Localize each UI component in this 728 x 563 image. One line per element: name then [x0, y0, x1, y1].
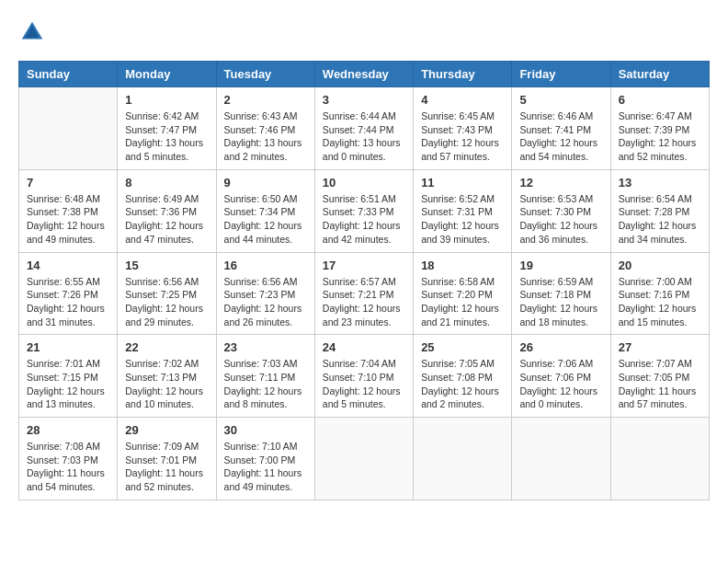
- day-number: 4: [421, 93, 504, 107]
- day-number: 18: [421, 259, 504, 272]
- day-number: 27: [619, 340, 701, 354]
- calendar-cell: [610, 418, 709, 500]
- calendar-cell: 11Sunrise: 6:52 AMSunset: 7:31 PMDayligh…: [414, 169, 512, 252]
- day-number: 12: [519, 176, 602, 190]
- calendar-cell: 27Sunrise: 7:07 AMSunset: 7:05 PMDayligh…: [610, 335, 709, 418]
- weekday-header-wednesday: Wednesday: [314, 62, 413, 87]
- day-number: 22: [125, 340, 208, 354]
- day-number: 6: [619, 93, 701, 107]
- day-number: 3: [323, 93, 405, 107]
- day-number: 10: [323, 176, 405, 190]
- calendar-cell: 4Sunrise: 6:45 AMSunset: 7:43 PMDaylight…: [414, 87, 512, 170]
- day-info: Sunrise: 7:06 AMSunset: 7:06 PMDaylight:…: [519, 357, 602, 411]
- day-number: 30: [224, 423, 307, 437]
- day-info: Sunrise: 6:43 AMSunset: 7:46 PMDaylight:…: [224, 109, 307, 164]
- day-number: 28: [27, 423, 109, 437]
- day-number: 24: [323, 340, 405, 354]
- calendar-cell: 21Sunrise: 7:01 AMSunset: 7:15 PMDayligh…: [19, 335, 118, 418]
- day-info: Sunrise: 7:02 AMSunset: 7:13 PMDaylight:…: [125, 357, 208, 411]
- day-info: Sunrise: 6:52 AMSunset: 7:31 PMDaylight:…: [421, 192, 504, 247]
- day-number: 17: [323, 259, 405, 272]
- calendar-cell: 20Sunrise: 7:00 AMSunset: 7:16 PMDayligh…: [610, 252, 709, 335]
- calendar-cell: 2Sunrise: 6:43 AMSunset: 7:46 PMDaylight…: [216, 87, 314, 170]
- day-number: 1: [125, 93, 208, 107]
- day-number: 5: [519, 93, 602, 107]
- calendar-cell: 19Sunrise: 6:59 AMSunset: 7:18 PMDayligh…: [512, 252, 610, 335]
- day-info: Sunrise: 6:51 AMSunset: 7:33 PMDaylight:…: [323, 192, 405, 247]
- day-number: 23: [224, 340, 307, 354]
- day-info: Sunrise: 7:07 AMSunset: 7:05 PMDaylight:…: [619, 357, 701, 411]
- day-info: Sunrise: 7:09 AMSunset: 7:01 PMDaylight:…: [125, 440, 208, 494]
- calendar-cell: [512, 418, 610, 500]
- day-number: 8: [125, 176, 208, 190]
- day-info: Sunrise: 6:55 AMSunset: 7:26 PMDaylight:…: [27, 275, 109, 329]
- day-info: Sunrise: 7:05 AMSunset: 7:08 PMDaylight:…: [421, 357, 504, 411]
- page-header: [18, 18, 710, 46]
- calendar-cell: 14Sunrise: 6:55 AMSunset: 7:26 PMDayligh…: [19, 252, 118, 335]
- logo-icon: [18, 18, 46, 46]
- day-info: Sunrise: 7:03 AMSunset: 7:11 PMDaylight:…: [224, 357, 307, 411]
- day-number: 13: [619, 176, 701, 190]
- day-info: Sunrise: 6:56 AMSunset: 7:25 PMDaylight:…: [125, 275, 208, 329]
- day-number: 11: [421, 176, 504, 190]
- day-info: Sunrise: 6:42 AMSunset: 7:47 PMDaylight:…: [125, 109, 208, 164]
- day-info: Sunrise: 6:50 AMSunset: 7:34 PMDaylight:…: [224, 192, 307, 247]
- calendar-table: SundayMondayTuesdayWednesdayThursdayFrid…: [18, 61, 710, 500]
- calendar-cell: 1Sunrise: 6:42 AMSunset: 7:47 PMDaylight…: [118, 87, 216, 170]
- calendar-week-row: 28Sunrise: 7:08 AMSunset: 7:03 PMDayligh…: [19, 418, 710, 500]
- day-info: Sunrise: 6:49 AMSunset: 7:36 PMDaylight:…: [125, 192, 208, 247]
- day-number: 19: [519, 259, 602, 272]
- calendar-cell: 28Sunrise: 7:08 AMSunset: 7:03 PMDayligh…: [19, 418, 118, 500]
- calendar-cell: 3Sunrise: 6:44 AMSunset: 7:44 PMDaylight…: [314, 87, 413, 170]
- weekday-header-thursday: Thursday: [414, 62, 512, 87]
- calendar-cell: 30Sunrise: 7:10 AMSunset: 7:00 PMDayligh…: [216, 418, 314, 500]
- day-info: Sunrise: 6:48 AMSunset: 7:38 PMDaylight:…: [27, 192, 109, 247]
- calendar-cell: 9Sunrise: 6:50 AMSunset: 7:34 PMDaylight…: [216, 169, 314, 252]
- day-info: Sunrise: 6:47 AMSunset: 7:39 PMDaylight:…: [619, 109, 701, 164]
- calendar-cell: 5Sunrise: 6:46 AMSunset: 7:41 PMDaylight…: [512, 87, 610, 170]
- day-info: Sunrise: 6:53 AMSunset: 7:30 PMDaylight:…: [519, 192, 602, 247]
- day-number: 7: [27, 176, 109, 190]
- weekday-header-saturday: Saturday: [610, 62, 709, 87]
- day-number: 26: [519, 340, 602, 354]
- day-info: Sunrise: 6:44 AMSunset: 7:44 PMDaylight:…: [323, 109, 405, 164]
- day-info: Sunrise: 7:00 AMSunset: 7:16 PMDaylight:…: [619, 275, 701, 329]
- calendar-cell: [19, 87, 118, 170]
- calendar-cell: 15Sunrise: 6:56 AMSunset: 7:25 PMDayligh…: [118, 252, 216, 335]
- calendar-cell: 24Sunrise: 7:04 AMSunset: 7:10 PMDayligh…: [314, 335, 413, 418]
- calendar-week-row: 21Sunrise: 7:01 AMSunset: 7:15 PMDayligh…: [19, 335, 710, 418]
- day-number: 29: [125, 423, 208, 437]
- calendar-week-row: 1Sunrise: 6:42 AMSunset: 7:47 PMDaylight…: [19, 87, 710, 170]
- day-number: 20: [619, 259, 701, 272]
- calendar-cell: 29Sunrise: 7:09 AMSunset: 7:01 PMDayligh…: [118, 418, 216, 500]
- calendar-cell: [414, 418, 512, 500]
- calendar-week-row: 7Sunrise: 6:48 AMSunset: 7:38 PMDaylight…: [19, 169, 710, 252]
- calendar-cell: 6Sunrise: 6:47 AMSunset: 7:39 PMDaylight…: [610, 87, 709, 170]
- day-number: 16: [224, 259, 307, 272]
- calendar-cell: 10Sunrise: 6:51 AMSunset: 7:33 PMDayligh…: [314, 169, 413, 252]
- calendar-cell: 25Sunrise: 7:05 AMSunset: 7:08 PMDayligh…: [414, 335, 512, 418]
- calendar-cell: 8Sunrise: 6:49 AMSunset: 7:36 PMDaylight…: [118, 169, 216, 252]
- calendar-week-row: 14Sunrise: 6:55 AMSunset: 7:26 PMDayligh…: [19, 252, 710, 335]
- day-info: Sunrise: 7:04 AMSunset: 7:10 PMDaylight:…: [323, 357, 405, 411]
- day-info: Sunrise: 6:45 AMSunset: 7:43 PMDaylight:…: [421, 109, 504, 164]
- calendar-header-row: SundayMondayTuesdayWednesdayThursdayFrid…: [19, 62, 710, 87]
- calendar-cell: 22Sunrise: 7:02 AMSunset: 7:13 PMDayligh…: [118, 335, 216, 418]
- calendar-cell: 16Sunrise: 6:56 AMSunset: 7:23 PMDayligh…: [216, 252, 314, 335]
- weekday-header-tuesday: Tuesday: [216, 62, 314, 87]
- logo: [18, 18, 50, 46]
- calendar-cell: 12Sunrise: 6:53 AMSunset: 7:30 PMDayligh…: [512, 169, 610, 252]
- calendar-cell: 13Sunrise: 6:54 AMSunset: 7:28 PMDayligh…: [610, 169, 709, 252]
- day-number: 2: [224, 93, 307, 107]
- day-number: 15: [125, 259, 208, 272]
- calendar-cell: 23Sunrise: 7:03 AMSunset: 7:11 PMDayligh…: [216, 335, 314, 418]
- day-info: Sunrise: 6:56 AMSunset: 7:23 PMDaylight:…: [224, 275, 307, 329]
- calendar-cell: 18Sunrise: 6:58 AMSunset: 7:20 PMDayligh…: [414, 252, 512, 335]
- weekday-header-monday: Monday: [118, 62, 216, 87]
- day-info: Sunrise: 7:08 AMSunset: 7:03 PMDaylight:…: [27, 440, 109, 494]
- day-info: Sunrise: 6:46 AMSunset: 7:41 PMDaylight:…: [519, 109, 602, 164]
- calendar-cell: 7Sunrise: 6:48 AMSunset: 7:38 PMDaylight…: [19, 169, 118, 252]
- day-info: Sunrise: 6:54 AMSunset: 7:28 PMDaylight:…: [619, 192, 701, 247]
- day-info: Sunrise: 6:58 AMSunset: 7:20 PMDaylight:…: [421, 275, 504, 329]
- calendar-cell: 26Sunrise: 7:06 AMSunset: 7:06 PMDayligh…: [512, 335, 610, 418]
